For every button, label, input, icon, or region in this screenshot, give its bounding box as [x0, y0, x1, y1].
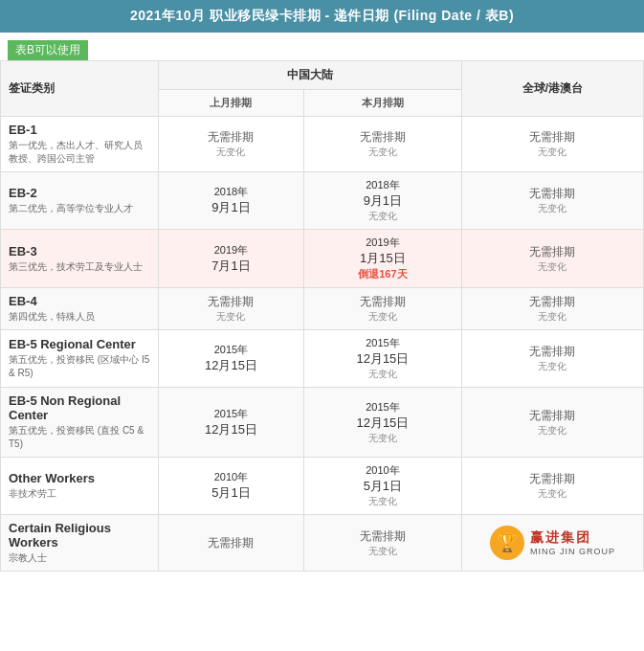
global-cell: 无需排期无变化 — [461, 172, 643, 230]
cert-cell: Other Workers非技术劳工 — [1, 458, 159, 515]
curr-no-wait: 无需排期 — [312, 294, 454, 310]
global-cell: 无需排期无变化 — [461, 388, 643, 458]
cert-cell: EB-1第一优先，杰出人才、研究人员 教授、跨国公司主管 — [1, 117, 159, 172]
last-date: 5月1日 — [167, 484, 296, 502]
cert-cell: EB-5 Non Regional Center第五优先，投资移民 (直投 C5… — [1, 388, 159, 458]
last-year: 2019年 — [167, 243, 296, 258]
global-change: 无变化 — [470, 487, 635, 501]
last-date: 9月1日 — [167, 199, 296, 216]
cert-type: EB-2 — [9, 186, 150, 200]
global-change: 无变化 — [470, 360, 635, 373]
last-year: 2015年 — [167, 407, 296, 421]
curr-period-cell: 无需排期无变化 — [303, 515, 461, 572]
last-year: 2018年 — [167, 185, 296, 199]
last-period-cell: 无需排期 — [158, 515, 303, 572]
curr-period-cell: 无需排期无变化 — [303, 117, 461, 172]
header-last-period: 上月排期 — [158, 90, 303, 117]
global-change: 无变化 — [470, 146, 635, 159]
table-row: EB-1第一优先，杰出人才、研究人员 教授、跨国公司主管无需排期无变化无需排期无… — [1, 117, 644, 172]
main-table: 签证类别 中国大陆 全球/港澳台 上月排期 本月排期 EB-1第一优先，杰出人才… — [0, 60, 644, 572]
curr-year: 2019年 — [312, 236, 454, 250]
global-cell: 无需排期无变化 — [461, 458, 643, 515]
curr-year: 2018年 — [312, 178, 454, 192]
curr-year: 2015年 — [312, 400, 454, 415]
cert-type: EB-5 Non Regional Center — [9, 393, 150, 422]
cert-desc: 第五优先，投资移民 (区域中心 I5 & R5) — [9, 353, 150, 380]
curr-period-cell: 2019年1月15日倒退167天 — [303, 230, 461, 288]
table-row: EB-5 Regional Center第五优先，投资移民 (区域中心 I5 &… — [1, 330, 644, 388]
last-period-cell: 2015年12月15日 — [158, 330, 303, 388]
last-change: 无变化 — [167, 146, 296, 159]
global-cell: 无需排期无变化 — [461, 230, 643, 288]
global-change: 无变化 — [470, 260, 635, 274]
header-curr-period: 本月排期 — [303, 90, 461, 117]
last-date: 7月1日 — [167, 258, 296, 275]
cert-desc: 第三优先，技术劳工及专业人士 — [9, 260, 150, 274]
curr-change: 无变化 — [312, 310, 454, 324]
last-no-wait: 无需排期 — [167, 535, 296, 551]
header-row: 签证类别 中国大陆 全球/港澳台 — [1, 61, 644, 90]
table-row: EB-3第三优先，技术劳工及专业人士2019年7月1日2019年1月15日倒退1… — [1, 230, 644, 288]
last-period-cell: 2010年5月1日 — [158, 458, 303, 515]
logo-text: 赢进集团MING JIN GROUP — [530, 529, 615, 556]
last-no-wait: 无需排期 — [167, 129, 296, 146]
curr-year: 2010年 — [312, 463, 454, 478]
cert-cell: EB-4第四优先，特殊人员 — [1, 288, 159, 330]
curr-date: 5月1日 — [312, 478, 454, 495]
curr-period-cell: 2015年12月15日无变化 — [303, 388, 461, 458]
curr-change: 无变化 — [312, 210, 454, 223]
header-cert: 签证类别 — [1, 61, 159, 117]
cert-type: EB-3 — [9, 244, 150, 258]
table-row: Certain Religious Workers宗教人士无需排期无需排期无变化… — [1, 515, 644, 572]
global-no-wait: 无需排期 — [470, 244, 635, 260]
curr-period-cell: 2015年12月15日无变化 — [303, 330, 461, 388]
table-row: EB-4第四优先，特殊人员无需排期无变化无需排期无变化无需排期无变化 — [1, 288, 644, 330]
header-global: 全球/港澳台 — [461, 61, 643, 117]
global-change: 无变化 — [470, 424, 635, 438]
logo-container: 🏆赢进集团MING JIN GROUP — [490, 526, 615, 560]
cert-type: Other Workers — [9, 471, 150, 485]
last-period-cell: 无需排期无变化 — [158, 117, 303, 172]
global-no-wait: 无需排期 — [470, 344, 635, 360]
table-tag: 表B可以使用 — [8, 40, 88, 60]
last-date: 12月15日 — [167, 421, 296, 438]
global-change: 无变化 — [470, 202, 635, 215]
cert-cell: Certain Religious Workers宗教人士 — [1, 515, 159, 572]
table-row: Other Workers非技术劳工2010年5月1日2010年5月1日无变化无… — [1, 458, 644, 515]
last-date: 12月15日 — [167, 357, 296, 374]
cert-desc: 非技术劳工 — [9, 487, 150, 501]
global-no-wait: 无需排期 — [470, 408, 635, 424]
global-no-wait: 无需排期 — [470, 186, 635, 202]
cert-desc: 第二优先，高等学位专业人才 — [9, 202, 150, 215]
global-no-wait: 无需排期 — [470, 129, 635, 146]
curr-change: 无变化 — [312, 432, 454, 445]
curr-date: 12月15日 — [312, 415, 454, 432]
cert-desc: 第五优先，投资移民 (直投 C5 & T5) — [9, 424, 150, 451]
cert-cell: EB-2第二优先，高等学位专业人才 — [1, 172, 159, 230]
global-cell: 🏆赢进集团MING JIN GROUP — [461, 515, 643, 572]
global-cell: 无需排期无变化 — [461, 288, 643, 330]
logo-en: MING JIN GROUP — [530, 547, 615, 556]
curr-date: 9月1日 — [312, 192, 454, 210]
header-china-group: 中国大陆 — [158, 61, 461, 90]
last-no-wait: 无需排期 — [167, 294, 296, 310]
curr-period-cell: 无需排期无变化 — [303, 288, 461, 330]
last-year: 2015年 — [167, 343, 296, 357]
global-change: 无变化 — [470, 310, 635, 324]
last-year: 2010年 — [167, 470, 296, 484]
curr-change: 倒退167天 — [312, 267, 454, 281]
curr-period-cell: 2018年9月1日无变化 — [303, 172, 461, 230]
curr-change: 无变化 — [312, 545, 454, 558]
curr-period-cell: 2010年5月1日无变化 — [303, 458, 461, 515]
curr-change: 无变化 — [312, 146, 454, 159]
last-period-cell: 2018年9月1日 — [158, 172, 303, 230]
logo-cn: 赢进集团 — [530, 529, 615, 547]
global-cell: 无需排期无变化 — [461, 330, 643, 388]
page-title: 2021年10月 职业移民绿卡排期 - 递件日期 (Filing Date / … — [0, 0, 644, 33]
cert-desc: 第一优先，杰出人才、研究人员 教授、跨国公司主管 — [9, 139, 150, 166]
last-period-cell: 2015年12月15日 — [158, 388, 303, 458]
cert-desc: 宗教人士 — [9, 551, 150, 565]
cert-type: EB-1 — [9, 123, 150, 137]
curr-year: 2015年 — [312, 336, 454, 350]
cert-type: Certain Religious Workers — [9, 521, 150, 550]
